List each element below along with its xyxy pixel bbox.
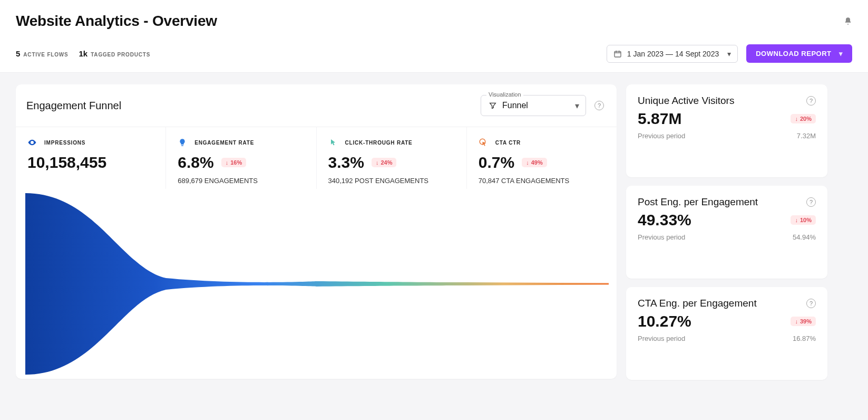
svg-point-1	[32, 142, 33, 144]
stage-value: 10,158,455	[27, 154, 106, 171]
help-icon[interactable]: ?	[806, 96, 816, 106]
chevron-down-icon: ▾	[839, 50, 843, 58]
arrow-down-icon: ↓	[226, 159, 229, 166]
stage-engagement-rate: Engagement Rate 6.8% ↓ 16% 689,679 ENGAG…	[166, 127, 316, 189]
delta-value: 49%	[531, 159, 543, 166]
delta-value: 24%	[381, 159, 392, 166]
delta-badge: ↓ 10%	[791, 215, 816, 225]
date-range-picker[interactable]: 1 Jan 2023 — 14 Sept 2023 ▾	[607, 45, 738, 63]
page-title: Website Analytics - Overview	[16, 13, 217, 30]
calendar-icon	[613, 50, 622, 58]
funnel-title: Engagement Funnel	[26, 100, 121, 112]
active-flows-label: Active Flows	[23, 52, 68, 58]
stage-value: 6.8%	[178, 154, 213, 171]
header: Website Analytics - Overview 5 Active Fl…	[0, 0, 868, 72]
funnel-header: Engagement Funnel Visualization Funnel ▾…	[16, 84, 617, 127]
header-controls: 1 Jan 2023 — 14 Sept 2023 ▾ DOWNLOAD REP…	[607, 44, 852, 63]
tagged-products-label: Tagged Products	[91, 52, 150, 58]
subheader: 5 Active Flows 1k Tagged Products 1 Jan …	[16, 30, 852, 72]
stage-sub: 340,192 POST ENGAGEMENTS	[328, 177, 455, 185]
help-icon[interactable]: ?	[806, 197, 816, 207]
filter-icon	[489, 101, 497, 110]
svg-rect-0	[615, 51, 621, 57]
card-cta-eng-per-engagement: CTA Eng. per Engagement ? 10.27% ↓ 39% P…	[626, 287, 827, 380]
card-value: 10.27%	[638, 312, 691, 330]
help-icon[interactable]: ?	[594, 101, 604, 110]
stage-label: Click-Through Rate	[345, 140, 413, 146]
funnel-stages: Impressions 10,158,455 Engagement Rate 6…	[16, 127, 617, 189]
arrow-down-icon: ↓	[526, 159, 529, 166]
delta-value: 39%	[800, 318, 812, 324]
delta-badge: ↓ 39%	[791, 317, 816, 326]
arrow-down-icon: ↓	[795, 318, 798, 324]
visualization-value: Funnel	[502, 101, 528, 110]
stage-sub: 689,679 ENGAGEMENTS	[178, 177, 304, 185]
card-unique-active-visitors: Unique Active Visitors ? 5.87M ↓ 20% Pre…	[626, 84, 827, 177]
engagement-funnel-card: Engagement Funnel Visualization Funnel ▾…	[16, 84, 617, 379]
arrow-down-icon: ↓	[795, 116, 798, 122]
download-report-button[interactable]: DOWNLOAD REPORT ▾	[746, 44, 852, 63]
card-value: 5.87M	[638, 110, 681, 128]
stat-active-flows: 5 Active Flows	[16, 49, 69, 58]
prev-label: Previous period	[638, 335, 685, 342]
card-title: Unique Active Visitors	[638, 95, 734, 107]
notification-bell-icon[interactable]	[844, 16, 852, 26]
stage-value: 0.7%	[479, 154, 514, 171]
prev-label: Previous period	[638, 233, 685, 241]
arrow-down-icon: ↓	[376, 159, 379, 166]
stage-sub: 70,847 CTA ENGAGEMENTS	[479, 177, 605, 185]
visualization-select[interactable]: Visualization Funnel ▾	[481, 95, 586, 116]
card-title: CTA Eng. per Engagement	[638, 298, 757, 309]
stat-tagged-products: 1k Tagged Products	[79, 49, 151, 58]
chevron-down-icon: ▾	[727, 50, 731, 58]
delta-badge: ↓ 20%	[791, 114, 816, 123]
delta-badge: ↓ 49%	[522, 158, 547, 167]
arrow-down-icon: ↓	[795, 217, 798, 223]
content: Engagement Funnel Visualization Funnel ▾…	[0, 73, 868, 401]
delta-value: 16%	[230, 159, 242, 166]
stage-click-through-rate: Click-Through Rate 3.3% ↓ 24% 340,192 PO…	[317, 127, 467, 189]
prev-value: 54.94%	[793, 233, 816, 241]
header-stats: 5 Active Flows 1k Tagged Products	[16, 49, 150, 58]
prev-label: Previous period	[638, 132, 685, 140]
prev-value: 7.32M	[797, 132, 816, 140]
visualization-legend: Visualization	[486, 91, 523, 98]
stage-impressions: Impressions 10,158,455	[16, 127, 166, 189]
stage-label: CTA CTR	[495, 140, 521, 146]
stage-label: Impressions	[44, 140, 85, 146]
stage-label: Engagement Rate	[194, 140, 254, 146]
viz-controls: Visualization Funnel ▾ ?	[481, 95, 604, 116]
card-value: 49.33%	[638, 211, 691, 229]
lightbulb-icon	[178, 138, 187, 147]
tagged-products-value: 1k	[79, 49, 88, 58]
delta-badge: ↓ 16%	[221, 158, 247, 167]
cursor-icon	[328, 138, 338, 147]
eye-icon	[27, 138, 37, 147]
active-flows-value: 5	[16, 49, 20, 58]
download-report-label: DOWNLOAD REPORT	[756, 50, 831, 58]
funnel-chart	[16, 189, 617, 379]
prev-value: 16.87%	[793, 335, 816, 342]
delta-badge: ↓ 24%	[372, 158, 397, 167]
help-icon[interactable]: ?	[806, 299, 816, 308]
card-title: Post Eng. per Engagement	[638, 196, 758, 208]
title-row: Website Analytics - Overview	[16, 13, 852, 30]
stage-cta-ctr: CTA CTR 0.7% ↓ 49% 70,847 CTA ENGAGEMENT…	[467, 127, 617, 189]
date-range-text: 1 Jan 2023 — 14 Sept 2023	[627, 50, 719, 58]
card-post-eng-per-engagement: Post Eng. per Engagement ? 49.33% ↓ 10% …	[626, 186, 827, 279]
stage-value: 3.3%	[328, 154, 364, 171]
delta-value: 20%	[800, 116, 812, 122]
target-click-icon	[479, 138, 488, 147]
side-column: Unique Active Visitors ? 5.87M ↓ 20% Pre…	[626, 84, 827, 380]
chevron-down-icon: ▾	[575, 101, 579, 111]
delta-value: 10%	[800, 217, 812, 223]
